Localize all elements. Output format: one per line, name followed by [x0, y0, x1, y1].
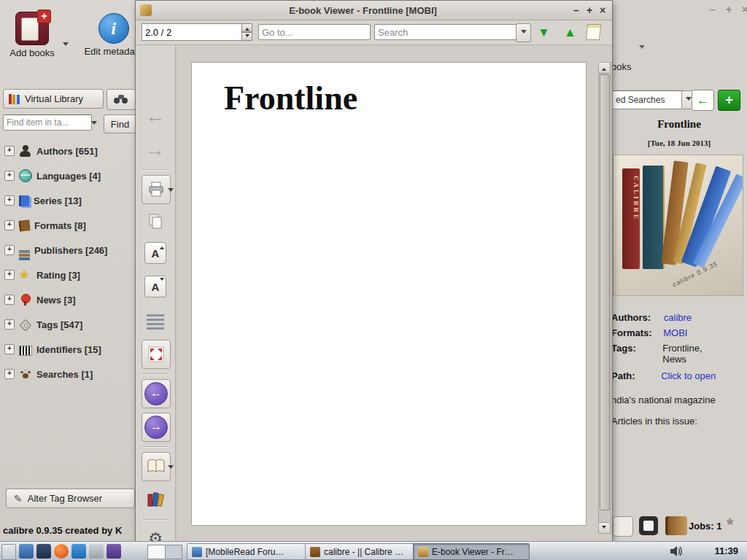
toolbar-dropdown-icon[interactable]: [639, 45, 645, 52]
library-button[interactable]: [142, 486, 169, 513]
history-forward-button[interactable]: →: [142, 136, 169, 163]
viewer-maximize-button[interactable]: +: [583, 4, 596, 16]
tag-browser-item-publishers[interactable]: + Publishers [246]: [0, 239, 136, 261]
tag-browser-item-formats[interactable]: + Formats [8]: [0, 214, 136, 236]
add-books-button[interactable]: + Add books: [6, 12, 58, 58]
taskbar-window-mobileread[interactable]: [MobileRead Foru…: [187, 543, 311, 560]
search-next-button[interactable]: ▼: [537, 23, 551, 41]
viewer-close-button[interactable]: ×: [596, 4, 609, 16]
font-size-smaller-button[interactable]: A: [142, 273, 169, 300]
tag-browser-item-series[interactable]: + Series [13]: [0, 190, 136, 211]
expand-icon[interactable]: +: [4, 146, 15, 156]
font-smaller-icon: A: [144, 276, 166, 298]
cover-grid-icon[interactable]: [639, 516, 658, 535]
taskbar-launcher-icon[interactable]: [36, 544, 51, 559]
expand-icon[interactable]: +: [4, 195, 15, 206]
find-button[interactable]: Find: [104, 114, 136, 133]
alter-tag-browser-button[interactable]: ✎ Alter Tag Browser: [6, 489, 135, 508]
book-cover[interactable]: CALIBRE calibre 0.9.35: [613, 155, 743, 296]
taskbar-launcher-icon[interactable]: [19, 544, 34, 559]
minimize-button[interactable]: –: [706, 4, 719, 15]
taskbar-launcher-icon[interactable]: [54, 544, 69, 559]
tag-status-icon[interactable]: [613, 516, 633, 537]
expand-icon[interactable]: +: [4, 171, 15, 181]
tag-browser-item-searches[interactable]: + Searches [1]: [0, 363, 136, 385]
volume-icon[interactable]: [670, 545, 683, 559]
copy-button[interactable]: [142, 207, 169, 235]
virtual-library-button[interactable]: Virtual Library: [3, 89, 104, 109]
tag-browser-item-tags[interactable]: + Tags [547]: [0, 314, 136, 335]
expand-icon[interactable]: +: [4, 245, 15, 255]
workspace-1[interactable]: [148, 545, 165, 559]
next-section-button[interactable]: →: [142, 413, 171, 442]
previous-section-button[interactable]: ←: [142, 379, 171, 408]
path-link[interactable]: Click to open: [661, 370, 716, 381]
goto-input[interactable]: [258, 24, 371, 40]
taskbar-launcher-icon[interactable]: [107, 544, 121, 559]
tag-browser-item-languages[interactable]: + Languages [4]: [0, 165, 136, 187]
spin-down-button[interactable]: [241, 32, 252, 41]
taskbar-launcher-icon[interactable]: [71, 544, 86, 559]
edit-metadata-button[interactable]: i Edit metadata: [79, 13, 136, 57]
vertical-scrollbar[interactable]: [598, 62, 611, 534]
history-back-button[interactable]: ←: [142, 102, 169, 130]
publishers-icon: [19, 250, 30, 253]
cover-spine-text: CALIBRE: [622, 176, 640, 221]
fullscreen-button[interactable]: [142, 340, 171, 369]
toc-toggle-button[interactable]: [587, 23, 600, 41]
expand-icon[interactable]: +: [4, 344, 15, 354]
scrollbar-thumb[interactable]: [600, 74, 610, 510]
binoculars-icon: [114, 95, 128, 105]
tag-browser-item-identifiers[interactable]: + Identifiers [15]: [0, 338, 136, 360]
jobs-label[interactable]: Jobs: 1: [689, 521, 722, 532]
expand-icon[interactable]: +: [4, 220, 15, 230]
book-status-icon[interactable]: [665, 516, 687, 535]
tag-browser-item-rating[interactable]: + ★ Rating [3]: [0, 264, 136, 286]
show-desktop-button[interactable]: [1, 544, 16, 560]
open-book-dropdown-icon[interactable]: [168, 465, 174, 472]
scroll-down-button[interactable]: [599, 522, 609, 533]
table-of-contents-button[interactable]: [142, 308, 169, 335]
workspace-switcher[interactable]: [147, 545, 182, 559]
find-item-dropdown-icon[interactable]: [91, 121, 97, 128]
taskbar: [MobileRead Foru… calibre - || Calibre ……: [0, 541, 747, 560]
search-highlight-button[interactable]: [107, 89, 136, 110]
search-previous-button[interactable]: ▲: [563, 23, 577, 41]
viewer-titlebar[interactable]: E-book Viewer - Frontline [MOBI] – + ×: [136, 1, 612, 20]
book-page[interactable]: Frontline: [191, 62, 587, 526]
maximize-button[interactable]: +: [722, 4, 735, 15]
expand-icon[interactable]: +: [4, 295, 15, 305]
taskbar-window-ebook-viewer[interactable]: E-book Viewer - Fr…: [413, 543, 530, 560]
search-dropdown-button[interactable]: [516, 23, 531, 42]
expand-icon[interactable]: +: [4, 319, 15, 330]
expand-icon[interactable]: +: [4, 270, 15, 280]
search-input[interactable]: [374, 24, 517, 40]
find-item-input[interactable]: [3, 114, 92, 131]
add-books-dropdown-icon[interactable]: [63, 42, 69, 49]
edit-metadata-icon: i: [98, 13, 129, 44]
page-spinner-input[interactable]: [142, 23, 244, 41]
fullscreen-icon: [147, 346, 165, 363]
tag-browser-item-authors[interactable]: + Authors [651]: [0, 140, 136, 162]
expand-icon[interactable]: +: [4, 369, 15, 379]
page-spinner[interactable]: [142, 23, 252, 41]
formats-link[interactable]: MOBI: [663, 327, 687, 338]
scroll-up-button[interactable]: [599, 63, 609, 74]
tag-browser-item-news[interactable]: + News [3]: [0, 289, 136, 311]
jobs-spinner-icon[interactable]: *: [727, 515, 733, 535]
spin-up-button[interactable]: [241, 23, 252, 32]
workspace-2[interactable]: [165, 545, 182, 559]
add-search-button[interactable]: +: [718, 90, 740, 111]
print-button[interactable]: [142, 175, 171, 204]
restore-search-button[interactable]: ←: [692, 90, 714, 111]
open-ebook-button[interactable]: [142, 452, 171, 481]
print-dropdown-icon[interactable]: [168, 188, 174, 195]
languages-icon: [19, 169, 32, 182]
close-button[interactable]: ×: [738, 4, 747, 15]
font-size-larger-button[interactable]: A: [142, 239, 169, 267]
taskbar-window-calibre[interactable]: calibre - || Calibre …: [305, 543, 419, 560]
saved-searches-combo[interactable]: ed Searches: [611, 90, 687, 109]
authors-link[interactable]: calibre: [664, 312, 692, 323]
taskbar-launcher-icon[interactable]: [89, 544, 104, 559]
viewer-minimize-button[interactable]: –: [570, 4, 583, 16]
